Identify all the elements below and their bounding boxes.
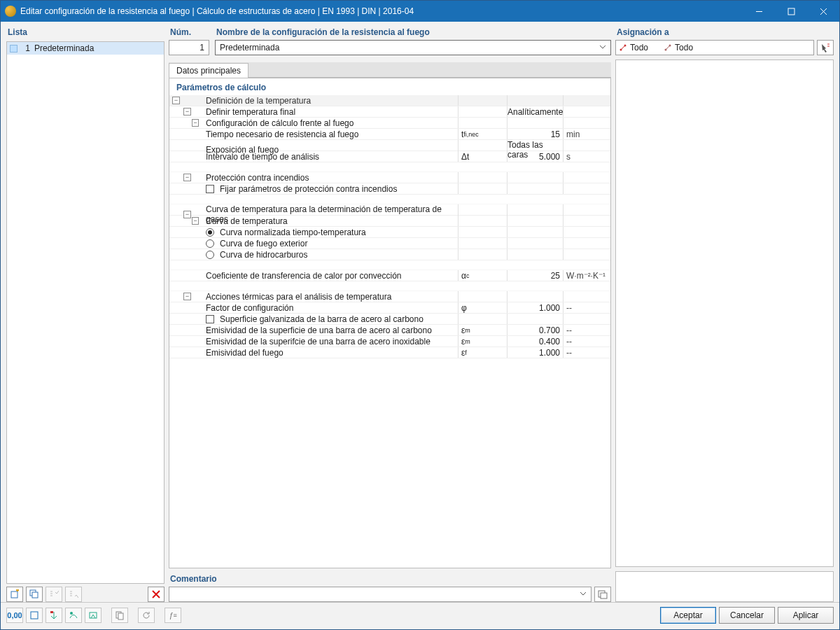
name-value: Predeterminada — [220, 43, 279, 52]
unit-alpha: W·m⁻²·K⁻¹ — [563, 270, 610, 281]
info-panel — [615, 571, 834, 602]
checkbox-icon[interactable] — [206, 185, 214, 193]
list-item-label: Predeterminada — [34, 43, 94, 53]
tool-button-2[interactable] — [26, 608, 43, 623]
apply-button[interactable]: Aplicar — [778, 607, 834, 624]
val-conf[interactable]: 1.000 — [507, 302, 563, 313]
collapse-icon[interactable]: − — [183, 293, 191, 300]
collapse-icon[interactable]: − — [192, 217, 199, 225]
val-dt[interactable]: 5.000 — [507, 151, 563, 162]
row-alpha[interactable]: Coeficiente de transferencia de calor po… — [204, 270, 458, 281]
assign-all-1: Todo — [630, 43, 648, 52]
svg-rect-3 — [32, 592, 38, 598]
pick-assign-button[interactable] — [817, 40, 834, 55]
close-button[interactable] — [807, 1, 839, 22]
number-input[interactable]: 1 — [169, 40, 209, 55]
collapse-icon[interactable]: − — [172, 97, 180, 104]
member-red-icon — [619, 43, 627, 52]
collapse-icon[interactable]: − — [183, 174, 191, 181]
radio-curve-ext[interactable]: Curva de fuego exterior — [204, 238, 458, 248]
unit-emiss-f: -- — [563, 347, 610, 358]
list-item-index: 1 — [22, 43, 30, 53]
chevron-down-icon — [599, 43, 606, 52]
window-title: Editar configuración de la resistencia a… — [20, 6, 743, 16]
titlebar: Editar configuración de la resistencia a… — [1, 1, 839, 22]
row-final-temp[interactable]: Definir temperatura final — [204, 106, 458, 117]
radio-icon[interactable] — [206, 251, 214, 259]
script-button[interactable]: ƒ≡ — [164, 608, 181, 623]
list-header: Lista — [6, 26, 164, 40]
row-emiss-f[interactable]: Emisividad del fuego — [204, 347, 458, 358]
row-protection: Protección contra incendios — [204, 172, 458, 183]
config-list[interactable]: 1 Predeterminada — [6, 41, 164, 584]
radio-icon[interactable] — [206, 239, 214, 248]
units-button[interactable]: 0,00 — [6, 608, 23, 623]
collapse-icon[interactable]: − — [183, 108, 191, 115]
chevron-down-icon — [580, 589, 587, 599]
row-temp-curve: Curva de temperatura — [204, 216, 458, 226]
unit-conf: -- — [563, 302, 610, 313]
row-emiss-s[interactable]: Emisividad de la superifcie de una barra… — [204, 336, 458, 346]
assign-all-2: Todo — [675, 43, 693, 52]
svg-rect-9 — [601, 593, 607, 598]
name-input[interactable]: Predeterminada — [215, 40, 611, 55]
row-calc-config: Configuración de cálculo frente al fuego — [204, 118, 458, 128]
member-brown-icon — [664, 43, 672, 52]
sym-emiss-f: εf — [458, 347, 507, 358]
svg-rect-15 — [118, 613, 123, 620]
list-item[interactable]: 1 Predeterminada — [7, 42, 164, 55]
val-emiss-c[interactable]: 0.700 — [507, 325, 563, 335]
val-req-time[interactable]: 15 — [507, 129, 563, 139]
params-group-header: Parámetros de cálculo — [169, 78, 610, 95]
tool-button-3[interactable] — [46, 608, 62, 623]
row-galv[interactable]: Superficie galvanizada de la barra de ac… — [204, 314, 458, 324]
minimize-button[interactable] — [743, 1, 775, 22]
maximize-button[interactable] — [775, 1, 807, 22]
val-emiss-s[interactable]: 0.400 — [507, 336, 563, 346]
row-req-time[interactable]: Tiempo necesario de resistencia al fuego — [204, 129, 458, 139]
row-conf-factor[interactable]: Factor de configuración — [204, 302, 458, 313]
unit-dt: s — [563, 151, 610, 162]
val-alpha[interactable]: 25 — [507, 270, 563, 281]
checkbox-icon[interactable] — [206, 315, 214, 323]
svg-rect-13 — [90, 612, 97, 618]
tool-button-4[interactable] — [65, 608, 82, 623]
val-emiss-f[interactable]: 1.000 — [507, 347, 563, 358]
radio-curve-hc[interactable]: Curva de hidrocarburos — [204, 249, 458, 260]
reset-button[interactable] — [138, 608, 155, 623]
radio-curve-norm[interactable]: Curva normalizada tiempo-temperatura — [204, 227, 458, 237]
row-emiss-c[interactable]: Emisividad de la superficie de una barra… — [204, 325, 458, 335]
params-grid: −Definición de la temperatura −Definir t… — [169, 95, 610, 358]
checklist-down-button[interactable] — [46, 587, 62, 602]
sym-req-time: tfi,nec — [458, 129, 507, 139]
svg-rect-0 — [788, 8, 794, 15]
delete-config-button[interactable] — [148, 587, 164, 602]
svg-rect-1 — [11, 592, 18, 598]
comment-input[interactable] — [169, 587, 592, 602]
sym-alpha: αc — [458, 270, 507, 281]
svg-rect-11 — [50, 611, 53, 613]
val-final-temp[interactable]: Analíticamente — [507, 106, 563, 117]
svg-rect-10 — [31, 612, 38, 619]
radio-icon[interactable] — [206, 228, 214, 237]
svg-point-12 — [70, 612, 73, 615]
row-dt[interactable]: Intervalo de tiempo de análisis — [204, 151, 458, 162]
copy-button[interactable] — [111, 608, 128, 623]
sym-emiss-c: εm — [458, 325, 507, 335]
tab-main-data[interactable]: Datos principales — [169, 63, 248, 78]
tool-button-5[interactable] — [85, 608, 102, 623]
duplicate-config-button[interactable] — [26, 587, 43, 602]
preview-panel — [615, 59, 834, 567]
unit-req-time: min — [563, 129, 610, 139]
row-fix-protection[interactable]: Fijar parámetros de protección contra in… — [204, 183, 458, 194]
checklist-up-button[interactable] — [65, 587, 82, 602]
tabbar: Datos principales — [169, 62, 611, 78]
cancel-button[interactable]: Cancelar — [719, 607, 775, 624]
unit-emiss-c: -- — [563, 325, 610, 335]
assign-header: Asignación a — [615, 26, 834, 40]
new-config-button[interactable] — [6, 587, 23, 602]
ok-button[interactable]: Aceptar — [660, 607, 716, 624]
assign-box[interactable]: Todo Todo — [615, 40, 814, 55]
comment-library-button[interactable] — [594, 587, 611, 602]
collapse-icon[interactable]: − — [192, 119, 199, 127]
